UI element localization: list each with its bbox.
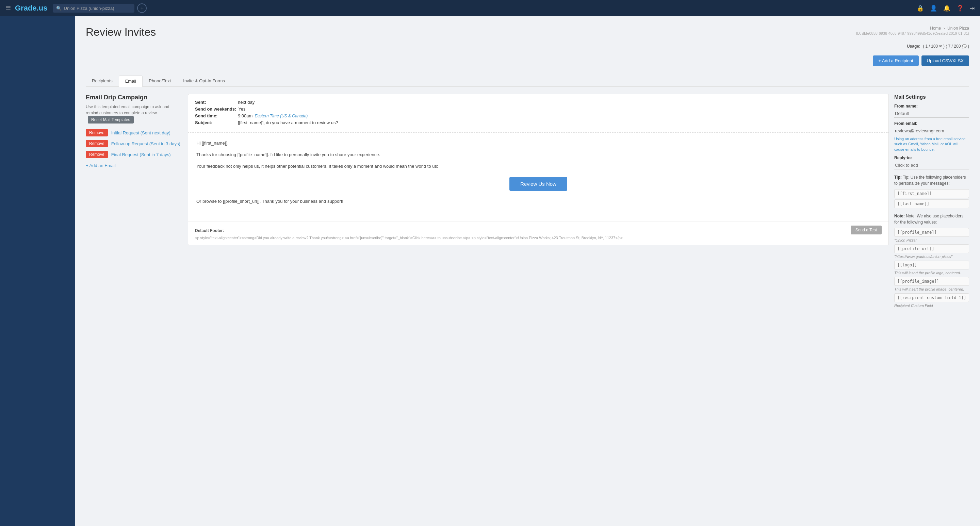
breadcrumb: Home › Union Pizza — [856, 26, 969, 31]
breadcrumb-separator: › — [943, 26, 945, 31]
search-input[interactable] — [64, 6, 125, 11]
profile-image-note: This will insert the profile image, cent… — [894, 287, 969, 291]
remove-initial-button[interactable]: Remove — [86, 129, 108, 137]
hamburger-menu[interactable]: ☰ — [5, 5, 11, 12]
notifications-icon[interactable]: 🔔 — [943, 5, 950, 12]
sendtime-label: Send time: — [195, 113, 236, 118]
add-location-button[interactable]: + — [137, 3, 147, 13]
placeholder-profile-image[interactable] — [894, 277, 969, 286]
send-test-button[interactable]: Send a Test — [851, 226, 882, 234]
placeholder-first-name[interactable] — [894, 189, 969, 198]
body-line3: Or browse to [[profile_short_url]]. Than… — [196, 198, 880, 205]
email-initial-label[interactable]: Initial Request (Sent next day) — [111, 130, 170, 135]
placeholder-logo[interactable] — [894, 261, 969, 269]
help-icon[interactable]: ❓ — [956, 5, 964, 12]
from-name-label: From name: — [894, 104, 969, 108]
body-line2: Your feedback not only helps us, it help… — [196, 163, 880, 170]
page-title: Review Invites — [86, 26, 156, 38]
campaign-column: Email Drip Campaign Use this templated e… — [86, 94, 188, 168]
from-name-input[interactable] — [894, 110, 969, 118]
body-greeting: Hi [[first_name]], — [196, 140, 880, 147]
subject-row: Subject: [[first_name]], do you have a m… — [195, 120, 882, 125]
email-item-final: Remove Final Request (Sent in 7 days) — [86, 151, 181, 158]
email-preview-column: Sent: next day Send on weekends: Yes Sen… — [188, 94, 889, 245]
tab-phone-text[interactable]: Phone/Text — [143, 76, 177, 87]
user-icon[interactable]: 👤 — [930, 5, 937, 12]
search-bar[interactable]: 🔍 — [53, 4, 134, 13]
logo-note: This will insert the profile logo, cente… — [894, 271, 969, 275]
footer-html-content: <p style="text-align:center"><strong>Did… — [195, 235, 882, 241]
sendtime-row: Send time: 9:00am Eastern Time (US & Can… — [195, 113, 882, 118]
logo-text: Grade. — [15, 4, 39, 12]
weekends-value: Yes — [238, 106, 245, 111]
sent-value: next day — [238, 100, 255, 105]
footer-label: Default Footer: — [195, 228, 882, 233]
search-icon: 🔍 — [56, 6, 62, 11]
from-email-input[interactable] — [894, 127, 969, 135]
reply-to-label: Reply-to: — [894, 156, 969, 160]
profile-url-note: "https://www.grade.us/union-pizza/" — [894, 254, 969, 259]
placeholder-profile-name[interactable] — [894, 228, 969, 237]
logout-icon[interactable]: ⇥ — [970, 5, 975, 12]
remove-final-button[interactable]: Remove — [86, 151, 108, 158]
app-logo[interactable]: Grade.us — [15, 4, 47, 13]
plus-icon: + — [140, 5, 143, 11]
from-email-label: From email: — [894, 121, 969, 126]
top-navigation: ☰ Grade.us 🔍 + 🔒 👤 🔔 ❓ ⇥ — [0, 0, 980, 16]
email-footer-section: Send a Test Default Footer: <p style="te… — [188, 221, 888, 245]
sms-icon: 💬 — [962, 44, 967, 48]
custom-field-note: Recipient Custom Field — [894, 304, 969, 308]
sidebar — [0, 16, 75, 526]
email-list: Remove Initial Request (Sent next day) R… — [86, 129, 181, 158]
email-final-label[interactable]: Final Request (Sent in 7 days) — [111, 152, 171, 157]
email-meta: Sent: next day Send on weekends: Yes Sen… — [188, 94, 888, 133]
placeholder-last-name[interactable] — [894, 199, 969, 208]
three-col-layout: Email Drip Campaign Use this templated e… — [86, 94, 969, 310]
subject-label: Subject: — [195, 120, 236, 125]
email-body: Hi [[first_name]], Thanks for choosing [… — [188, 133, 888, 221]
subject-value: [[first_name]], do you have a moment to … — [238, 120, 338, 125]
placeholder-custom-field[interactable] — [894, 293, 969, 302]
upload-csv-button[interactable]: Upload CSV/XLSX — [921, 56, 969, 66]
from-email-note: Using an address from a free email servi… — [894, 137, 969, 152]
review-us-now-button[interactable]: Review Us Now — [509, 177, 567, 191]
weekends-label: Send on weekends: — [195, 106, 236, 111]
add-recipient-button[interactable]: + Add a Recipient — [873, 56, 918, 66]
main-content: Review Invites Home › Union Pizza ID: db… — [75, 16, 980, 526]
usage-bar: Usage: ( 1 / 100 ✉ ) ( 7 / 200 💬 ) — [907, 44, 969, 49]
email-item-followup: Remove Follow-up Request (Sent in 3 days… — [86, 140, 181, 147]
campaign-title: Email Drip Campaign — [86, 94, 181, 101]
lock-icon[interactable]: 🔒 — [917, 5, 924, 12]
reply-to-input[interactable] — [894, 161, 969, 169]
campaign-description: Use this templated email campaign to ask… — [86, 104, 181, 124]
mail-settings-title: Mail Settings — [894, 94, 969, 100]
placeholder-profile-url[interactable] — [894, 244, 969, 253]
body-line1: Thanks for choosing [[profile_name]]. I'… — [196, 151, 880, 159]
mail-settings-column: Mail Settings From name: From email: Usi… — [894, 94, 969, 310]
action-buttons: + Add a Recipient Upload CSV/XLSX — [873, 56, 969, 66]
sent-label: Sent: — [195, 100, 236, 105]
weekends-row: Send on weekends: Yes — [195, 106, 882, 111]
breadcrumb-home[interactable]: Home — [930, 26, 941, 31]
usage-label: Usage: — [907, 44, 920, 49]
email-item-initial: Remove Initial Request (Sent next day) — [86, 129, 181, 137]
breadcrumb-area: Home › Union Pizza ID: dbfe0858-6938-40c… — [856, 26, 969, 35]
main-layout: Review Invites Home › Union Pizza ID: db… — [0, 16, 980, 526]
usage-end: ) — [968, 44, 969, 49]
sent-row: Sent: next day — [195, 100, 882, 105]
usage-sms-count: ) ( 7 / 200 — [943, 44, 961, 49]
email-followup-label[interactable]: Follow-up Request (Sent in 3 days) — [111, 141, 180, 146]
breadcrumb-location: Union Pizza — [947, 26, 969, 31]
add-email-button[interactable]: + Add an Email — [86, 163, 116, 168]
remove-followup-button[interactable]: Remove — [86, 140, 108, 147]
timezone-label: Eastern Time (US & Canada) — [255, 114, 308, 118]
profile-name-note: "Union Pizza" — [894, 238, 969, 242]
tab-invite-forms[interactable]: Invite & Opt-in Forms — [177, 76, 231, 87]
email-icon: ✉ — [939, 44, 942, 48]
tab-recipients[interactable]: Recipients — [86, 76, 119, 87]
reset-mail-templates-button[interactable]: Reset Mail Templates — [88, 116, 134, 124]
tab-email[interactable]: Email — [119, 76, 143, 87]
tip-text: Tip: Tip: Use the following placeholders… — [894, 174, 969, 186]
page-id: ID: dbfe0858-6938-40c6-9487-9998499d541c… — [856, 31, 969, 35]
sendtime-value: 9:00am — [238, 113, 253, 118]
